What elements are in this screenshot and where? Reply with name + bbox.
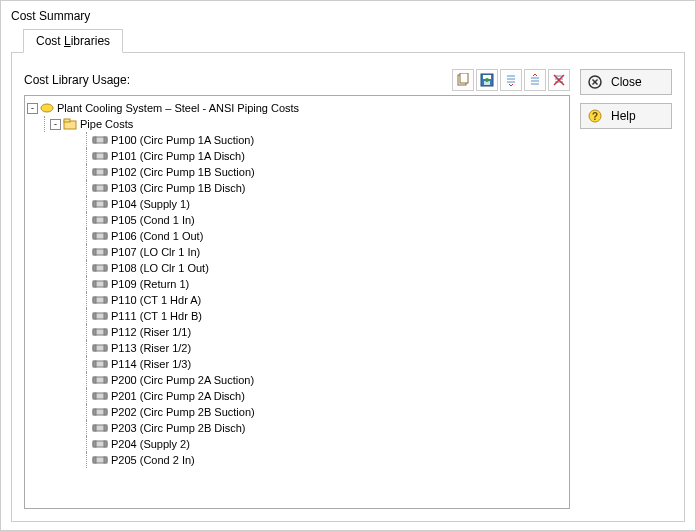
svg-rect-28: [104, 169, 107, 175]
svg-rect-58: [104, 329, 107, 335]
svg-rect-46: [104, 265, 107, 271]
svg-rect-19: [64, 119, 70, 122]
pipe-icon: [92, 134, 108, 146]
expand-all-icon: [504, 73, 518, 87]
svg-rect-75: [93, 425, 96, 431]
pipe-icon: [92, 182, 108, 194]
pipe-icon: [92, 454, 108, 466]
pipe-icon: [92, 326, 108, 338]
tree-item[interactable]: P204 (Supply 2): [27, 436, 567, 452]
tree-item-label: P109 (Return 1): [111, 276, 189, 292]
copy-icon: [456, 73, 470, 87]
pipe-icon: [92, 246, 108, 258]
svg-rect-30: [93, 185, 96, 191]
pipe-icon: [92, 150, 108, 162]
expand-all-button[interactable]: [500, 69, 522, 91]
svg-rect-49: [104, 281, 107, 287]
tree-item[interactable]: P202 (Circ Pump 2B Suction): [27, 404, 567, 420]
svg-rect-54: [93, 313, 96, 319]
close-button[interactable]: Close: [580, 69, 672, 95]
tree-item-label: P102 (Circ Pump 1B Suction): [111, 164, 255, 180]
tree-item[interactable]: P102 (Circ Pump 1B Suction): [27, 164, 567, 180]
tree-root-label: Plant Cooling System – Steel - ANSI Pipi…: [57, 100, 299, 116]
svg-text:?: ?: [592, 111, 598, 122]
tree-item[interactable]: P101 (Circ Pump 1A Disch): [27, 148, 567, 164]
svg-rect-34: [104, 201, 107, 207]
tree-item[interactable]: P110 (CT 1 Hdr A): [27, 292, 567, 308]
svg-rect-63: [93, 361, 96, 367]
tree-group[interactable]: - Pipe Costs: [27, 116, 567, 132]
tree-item[interactable]: P205 (Cond 2 In): [27, 452, 567, 468]
clear-icon: [552, 73, 566, 87]
tree-item[interactable]: P111 (CT 1 Hdr B): [27, 308, 567, 324]
cost-library-tree[interactable]: - Plant Cooling System – Steel - ANSI Pi…: [24, 95, 570, 509]
tree-group-label: Pipe Costs: [80, 116, 133, 132]
save-button[interactable]: [476, 69, 498, 91]
svg-rect-60: [93, 345, 96, 351]
tree-item-label: P203 (Circ Pump 2B Disch): [111, 420, 246, 436]
close-icon: [587, 74, 603, 90]
collapse-all-button[interactable]: [524, 69, 546, 91]
tree-item[interactable]: P114 (Riser 1/3): [27, 356, 567, 372]
pipe-icon: [92, 406, 108, 418]
tree-item[interactable]: P108 (LO Clr 1 Out): [27, 260, 567, 276]
help-button[interactable]: ? Help: [580, 103, 672, 129]
svg-rect-66: [93, 377, 96, 383]
help-button-label: Help: [611, 109, 636, 123]
tree-item[interactable]: P105 (Cond 1 In): [27, 212, 567, 228]
tab-cost-libraries[interactable]: Cost Libraries: [23, 29, 123, 53]
svg-point-5: [485, 78, 489, 82]
copy-button[interactable]: [452, 69, 474, 91]
svg-rect-61: [104, 345, 107, 351]
tree-item[interactable]: P106 (Cond 1 Out): [27, 228, 567, 244]
pipe-icon: [92, 198, 108, 210]
tree-item[interactable]: P200 (Circ Pump 2A Suction): [27, 372, 567, 388]
pipe-icon: [92, 310, 108, 322]
pipe-icon: [92, 374, 108, 386]
tree-item-label: P104 (Supply 1): [111, 196, 190, 212]
tree-item[interactable]: P100 (Circ Pump 1A Suction): [27, 132, 567, 148]
save-icon: [480, 73, 494, 87]
library-icon: [40, 102, 54, 114]
tree-root[interactable]: - Plant Cooling System – Steel - ANSI Pi…: [27, 100, 567, 116]
tree-item[interactable]: P107 (LO Clr 1 In): [27, 244, 567, 260]
svg-rect-64: [104, 361, 107, 367]
pipe-icon: [92, 438, 108, 450]
tree-item[interactable]: P201 (Circ Pump 2A Disch): [27, 388, 567, 404]
tab-panel: Cost Library Usage:: [11, 52, 685, 522]
tree-item[interactable]: P103 (Circ Pump 1B Disch): [27, 180, 567, 196]
pipe-icon: [92, 422, 108, 434]
tree-item[interactable]: P113 (Riser 1/2): [27, 340, 567, 356]
expander-icon[interactable]: -: [50, 119, 61, 130]
svg-rect-73: [104, 409, 107, 415]
tree-item-label: P107 (LO Clr 1 In): [111, 244, 200, 260]
pipe-icon: [92, 230, 108, 242]
svg-rect-52: [104, 297, 107, 303]
pipe-icon: [92, 294, 108, 306]
pipe-icon: [92, 278, 108, 290]
tab-label-underline: L: [64, 34, 71, 48]
pipe-icon: [92, 166, 108, 178]
svg-rect-24: [93, 153, 96, 159]
tree-item[interactable]: P109 (Return 1): [27, 276, 567, 292]
content-area: Cost Libraries Cost Library Usage:: [1, 29, 695, 531]
tree-item-label: P200 (Circ Pump 2A Suction): [111, 372, 254, 388]
tree-item[interactable]: P203 (Circ Pump 2B Disch): [27, 420, 567, 436]
window-title: Cost Summary: [1, 1, 695, 29]
svg-rect-72: [93, 409, 96, 415]
tree-item-label: P205 (Cond 2 In): [111, 452, 195, 468]
svg-rect-70: [104, 393, 107, 399]
close-button-label: Close: [611, 75, 642, 89]
svg-rect-76: [104, 425, 107, 431]
tree-item-label: P103 (Circ Pump 1B Disch): [111, 180, 246, 196]
tree-item[interactable]: P104 (Supply 1): [27, 196, 567, 212]
pipe-icon: [92, 358, 108, 370]
pipe-icon: [92, 390, 108, 402]
svg-rect-37: [104, 217, 107, 223]
svg-rect-36: [93, 217, 96, 223]
clear-button[interactable]: [548, 69, 570, 91]
svg-rect-57: [93, 329, 96, 335]
tree-item[interactable]: P112 (Riser 1/1): [27, 324, 567, 340]
expander-icon[interactable]: -: [27, 103, 38, 114]
tree-item-label: P106 (Cond 1 Out): [111, 228, 203, 244]
